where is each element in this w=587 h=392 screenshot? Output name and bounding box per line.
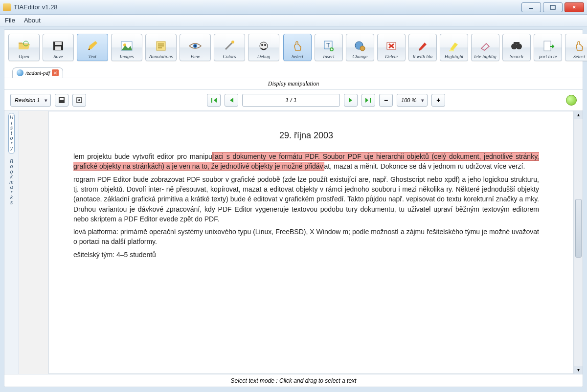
annotations-button[interactable]: Annotations	[145, 34, 177, 61]
tool-label: Save	[43, 54, 73, 59]
export-text-button[interactable]: port to te	[534, 34, 562, 61]
debug-button[interactable]: Debug	[248, 34, 279, 61]
minimize-button[interactable]	[521, 2, 541, 12]
prev-page-button[interactable]	[225, 94, 238, 107]
tool-label: lete highlig	[472, 54, 499, 59]
svg-rect-1	[550, 5, 555, 9]
eye-icon	[188, 39, 203, 53]
doc-tab-label: /zadani-pdf	[25, 70, 50, 76]
nav-bar: Revision 1 1 / 1 − 100 % +	[4, 90, 583, 111]
fill-black-button[interactable]: ll with bla	[408, 34, 437, 61]
maximize-button[interactable]	[543, 2, 563, 12]
main-toolbar: OpenSaveTextImagesAnnotationsViewColorsD…	[4, 30, 583, 66]
tool-label: Text	[77, 54, 108, 59]
svg-point-13	[261, 44, 263, 46]
picture-icon	[119, 39, 134, 53]
doc-paragraph[interactable]: lová platforma: primárně operační systém…	[73, 227, 539, 247]
tool-label: Search	[503, 54, 530, 59]
vertical-scrollbar[interactable]: ▴ ▾	[574, 111, 583, 374]
svg-point-19	[360, 46, 365, 51]
menubar: File About	[0, 15, 587, 26]
doc-tabs: /zadani-pdf ✕	[4, 66, 583, 78]
menu-file[interactable]: File	[5, 17, 15, 24]
app-icon	[3, 3, 11, 11]
page-field[interactable]: 1 / 1	[242, 94, 340, 107]
scroll-thumb[interactable]	[575, 199, 582, 258]
page-content: 29. října 2003 lem projektu bude vytvoři…	[54, 116, 559, 336]
tool-label: port to te	[534, 54, 562, 59]
svg-point-10	[194, 45, 196, 47]
tool-label: Change	[346, 54, 374, 59]
svg-rect-24	[514, 42, 519, 44]
text-insert-icon: T	[321, 39, 336, 53]
zoom-dropdown[interactable]: 100 %	[397, 94, 428, 107]
section-heading: Display manipulation	[4, 78, 583, 90]
svg-rect-25	[544, 41, 551, 51]
svg-point-14	[264, 44, 266, 46]
svg-rect-30	[211, 98, 212, 103]
last-page-button[interactable]	[361, 94, 375, 107]
doc-scroll[interactable]: 29. října 2003 lem projektu bude vytvoři…	[48, 111, 574, 374]
side-tab-history[interactable]: History	[8, 113, 15, 154]
insert-button[interactable]: TInsert	[315, 34, 343, 61]
status-bar: Select text mode : Click and drag to sel…	[4, 374, 583, 387]
svg-point-29	[78, 99, 80, 101]
doc-paragraph[interactable]: lem projektu bude vytvořit editor pro ma…	[73, 152, 539, 172]
save-button[interactable]: Save	[43, 34, 74, 61]
select-button[interactable]: Select	[283, 34, 312, 61]
svg-rect-4	[55, 42, 62, 45]
highlight-button[interactable]: Highlight	[440, 34, 468, 61]
search-button[interactable]: Search	[502, 34, 531, 61]
svg-rect-27	[60, 98, 64, 100]
tool-label: Colors	[214, 54, 245, 59]
svg-point-12	[260, 42, 268, 50]
tool-label: Debug	[248, 54, 279, 59]
delete-button[interactable]: Delete	[377, 34, 406, 61]
side-tab-bookmarks[interactable]: Bookmarks	[8, 157, 15, 208]
tool-label: ll with bla	[409, 54, 436, 59]
tool-label: Images	[112, 54, 142, 59]
gear-globe-icon	[353, 39, 367, 53]
tab-close-icon[interactable]: ✕	[52, 69, 59, 76]
close-button[interactable]: ✕	[564, 2, 584, 12]
revision-dropdown[interactable]: Revision 1	[10, 94, 51, 107]
zoom-out-button[interactable]: −	[379, 94, 393, 107]
del-highlight-button[interactable]: lete highlig	[471, 34, 499, 61]
next-page-button[interactable]	[344, 94, 358, 107]
colors-button[interactable]: Colors	[214, 34, 245, 61]
save-revision-button[interactable]	[55, 94, 68, 107]
zoom-in-button[interactable]: +	[431, 94, 445, 107]
change-button[interactable]: Change	[346, 34, 374, 61]
pencil-icon	[85, 39, 100, 53]
images-button[interactable]: Images	[111, 34, 142, 61]
svg-point-7	[123, 44, 126, 46]
svg-text:T: T	[326, 42, 330, 49]
folder-open-icon	[17, 39, 31, 53]
svg-rect-31	[370, 98, 371, 103]
scroll-down-icon[interactable]: ▾	[574, 366, 583, 374]
floppy-icon	[51, 39, 66, 53]
menu-about[interactable]: About	[24, 17, 41, 24]
window-title: TIAEditor v1.28	[14, 3, 58, 11]
tool-label: Annotations	[146, 54, 176, 59]
doc-paragraph[interactable]: ešitelský tým: 4–5 studentů	[73, 250, 539, 260]
svg-rect-21	[449, 50, 454, 51]
pen-red-icon	[415, 39, 430, 53]
doc-tab[interactable]: /zadani-pdf ✕	[12, 67, 63, 78]
first-page-button[interactable]	[207, 94, 221, 107]
select2-button[interactable]: Select	[565, 34, 587, 61]
tool-label: Select	[284, 54, 311, 59]
bug-icon	[256, 39, 271, 53]
view-button[interactable]: View	[180, 34, 211, 61]
highlighter-icon	[447, 39, 461, 53]
open-button[interactable]: Open	[8, 34, 40, 61]
note-icon	[154, 39, 168, 53]
scroll-up-icon[interactable]: ▴	[574, 111, 583, 119]
doc-paragraph[interactable]: rogram PDF Editor bude zobrazovat PDF so…	[73, 174, 539, 224]
text-button[interactable]: Text	[77, 34, 108, 61]
tool-label: Select	[565, 54, 587, 59]
load-revision-button[interactable]	[72, 94, 86, 107]
tool-label: Insert	[315, 54, 342, 59]
hand-icon	[290, 39, 305, 53]
titlebar: TIAEditor v1.28 ✕	[0, 0, 587, 15]
